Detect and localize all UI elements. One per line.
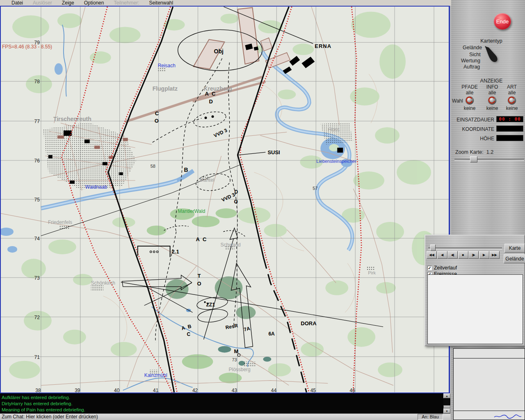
grid-y-label: 78 [34, 79, 40, 84]
label-ac-north: A C [205, 91, 217, 97]
karte-button[interactable]: Karte [504, 244, 525, 253]
reverse-button[interactable]: ◀ [437, 251, 447, 259]
label-m-south: M [234, 348, 238, 354]
grid-y-label: 74 [34, 236, 40, 242]
label-o-south: O [197, 281, 201, 287]
art-keine-label: keine [500, 105, 523, 111]
grid-x-label: 43 [232, 388, 237, 393]
debrief-panel: ◀◀ ◀ ◀| ■ |▶ ▶ ▶▶ Karte Gelände Zeitverl… [425, 235, 525, 346]
grid-x-label: 41 [153, 388, 159, 393]
grid-y-label: 77 [34, 119, 40, 124]
play-button[interactable]: ▶ [479, 251, 489, 259]
label-o-west: O [155, 118, 159, 124]
grid-y-label: 71 [34, 354, 40, 360]
menu-optionen[interactable]: Optionen [84, 0, 104, 6]
timeline-slider-track[interactable] [428, 247, 502, 249]
grid-x-label: 44 [271, 388, 277, 393]
zeitverlauf-label: Zeitverlauf [434, 265, 457, 271]
pfade-label: PFADE [458, 84, 481, 90]
menu-datei[interactable]: Datei [11, 0, 23, 6]
phase-label-susi: SUSI [267, 149, 280, 155]
label-d-mid: D [234, 189, 238, 195]
spot-57: 57 [313, 186, 317, 191]
label-6a: 6A [268, 331, 275, 337]
kartentyp-option-gelaende[interactable]: Gelände [463, 45, 482, 50]
note-window-header [454, 349, 525, 358]
info-knob-icon[interactable] [488, 96, 497, 105]
zoom-slider-track[interactable] [454, 159, 524, 161]
kartentyp-title: Kartentyp [475, 38, 508, 44]
place-flugplatz: Flugplatz [153, 85, 178, 92]
recipient-selector[interactable]: An: Blau [418, 414, 443, 420]
pfade-knob-icon[interactable] [465, 96, 474, 105]
skip-back-button[interactable]: ◀◀ [427, 251, 437, 259]
place-kainzmuehl: Kainzmühl [144, 372, 167, 378]
event-listbox[interactable] [427, 274, 523, 344]
grid-x-label: 42 [192, 388, 198, 393]
ende-button[interactable]: Ende [494, 13, 511, 30]
label-ac-mid: A C [196, 236, 208, 242]
grid-x-label: 46 [350, 388, 356, 393]
kartentyp-option-auftrag[interactable]: Auftrag [463, 64, 480, 70]
chat-scrollbar[interactable] [443, 393, 450, 413]
menu-ausloeser: Auslöser [33, 0, 52, 6]
menu-bar: Datei Auslöser Zeige Optionen Teilnehmer… [0, 0, 463, 6]
scrollbar-thumb[interactable] [443, 405, 450, 409]
kartentyp-option-sicht[interactable]: Sicht [469, 52, 481, 57]
kartentyp-pointer-knob-icon[interactable] [484, 45, 500, 63]
timeline-slider-thumb[interactable] [430, 244, 436, 251]
label-d-north: D [209, 98, 213, 105]
grid-x-label: 40 [114, 388, 120, 393]
label-c-west: C [155, 110, 159, 116]
menu-seitenwahl[interactable]: Seitenwahl [149, 0, 173, 6]
note-window-input[interactable] [454, 411, 525, 420]
scroll-down-button[interactable] [443, 409, 450, 413]
zoom-slider-thumb[interactable] [470, 156, 477, 162]
art-knob-icon[interactable] [507, 96, 516, 105]
scrollbar-track[interactable] [443, 398, 450, 409]
chat-message: DirtyHarry has entered debriefing. [2, 401, 443, 407]
label-t-south: T [198, 273, 201, 279]
zeitverlauf-checkbox[interactable] [427, 266, 432, 270]
handwritten-note-icon [493, 413, 522, 420]
place-liebensteinspeicher: Liebensteinspeicher [316, 159, 356, 164]
label-c-south: C [187, 331, 191, 337]
koordinate-display [496, 126, 523, 132]
hoehe-display [496, 135, 523, 141]
chat-prompt[interactable]: Zum Chat: Hier klicken (oder Enter drück… [2, 414, 98, 420]
grid-y-label: 73 [34, 275, 40, 281]
koordinate-label: KOORDINATE [451, 126, 494, 132]
map-canvas[interactable]: 79 78 77 76 75 74 73 72 71 38 39 40 41 4… [1, 7, 449, 393]
phase-label-dora: DORA [301, 320, 317, 326]
label-21: 2.1 [172, 249, 179, 255]
grid-x-label: 39 [75, 388, 80, 393]
menu-zeige[interactable]: Zeige [62, 0, 74, 6]
kartentyp-option-wertung[interactable]: Wertung [461, 58, 480, 64]
step-back-button[interactable]: ◀| [447, 251, 458, 259]
place-schoenkirch: Schönkirch [91, 280, 115, 286]
zoom-karte-label: Zoom Karte: [455, 149, 484, 155]
place-mantel: Mantel [200, 177, 215, 183]
scroll-up-button[interactable] [443, 393, 450, 398]
gelaende-button[interactable]: Gelände [504, 254, 525, 263]
fast-forward-button[interactable]: ▶▶ [489, 251, 500, 259]
place-waldnaab: Waldnaab [85, 184, 107, 190]
phase-label-erna: ERNA [315, 43, 331, 49]
place-tirschenreuth: Tirschenreuth [53, 116, 91, 122]
chat-log[interactable]: Aufklärer has entered debriefing. DirtyH… [0, 393, 443, 413]
chat-message: Aufklärer has entered debriefing. [2, 395, 443, 401]
note-window[interactable] [453, 348, 525, 420]
grid-y-label: 72 [34, 315, 40, 320]
pfade-alle-label: alle [458, 90, 481, 96]
step-forward-button[interactable]: |▶ [468, 251, 479, 259]
chat-message: Meaning of Pain has entered debriefing. [2, 407, 443, 413]
place-pirk: Pirk [368, 270, 376, 275]
place-reisach: Reisach [158, 63, 176, 68]
stop-button[interactable]: ■ [458, 251, 468, 259]
place-schwand: Schwand [221, 242, 241, 248]
fps-readout: FPS=8.46 (8.33 - 8.55) [2, 44, 52, 50]
einsatzdauer-label: EINSATZDAUER [451, 117, 494, 123]
grid-x-label: 45 [310, 388, 316, 393]
zoom-karte-value: 1.2 [486, 149, 493, 155]
spot-73: 73 [232, 357, 237, 362]
